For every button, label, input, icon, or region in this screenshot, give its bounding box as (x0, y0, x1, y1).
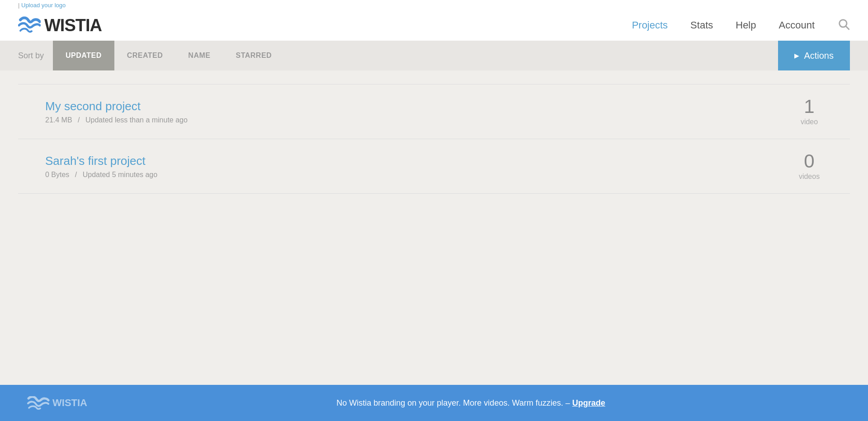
separator: / (78, 116, 80, 124)
upgrade-link[interactable]: Upgrade (572, 398, 605, 407)
sort-updated[interactable]: UPDATED (53, 41, 114, 70)
upload-logo-link[interactable]: Upload your logo (18, 2, 66, 9)
project-updated: Updated less than a minute ago (85, 116, 188, 124)
header: Upload your logo WISTIA Projects Stats H… (0, 0, 868, 41)
actions-label: Actions (804, 51, 834, 61)
main-nav: Projects Stats Help Account (632, 18, 850, 33)
sort-created[interactable]: CREATED (114, 41, 176, 70)
project-info: My second project 21.4 MB / Updated less… (18, 99, 796, 124)
nav-projects[interactable]: Projects (632, 19, 668, 31)
sort-bar: Sort by UPDATED CREATED NAME STARRED ▶ A… (0, 41, 868, 70)
upload-logo-bar: Upload your logo (0, 0, 868, 10)
logo[interactable]: WISTIA (18, 16, 102, 35)
project-updated: Updated 5 minutes ago (83, 171, 157, 178)
project-stats: 1 video (796, 97, 850, 126)
search-icon (837, 18, 850, 30)
project-size: 21.4 MB (45, 116, 72, 124)
project-count: 1 (796, 97, 823, 116)
project-count-label: video (796, 118, 823, 126)
project-meta: 21.4 MB / Updated less than a minute ago (45, 116, 796, 124)
project-count-label: videos (796, 173, 823, 181)
project-list: My second project 21.4 MB / Updated less… (18, 84, 850, 194)
footer-wistia-icon (27, 396, 50, 410)
project-item[interactable]: Sarah's first project 0 Bytes / Updated … (18, 139, 850, 194)
search-button[interactable] (837, 18, 850, 33)
actions-button[interactable]: ▶ Actions (778, 41, 850, 70)
project-item[interactable]: My second project 21.4 MB / Updated less… (18, 84, 850, 139)
nav-account[interactable]: Account (779, 19, 815, 31)
project-name[interactable]: Sarah's first project (45, 154, 146, 168)
project-meta: 0 Bytes / Updated 5 minutes ago (45, 171, 796, 179)
footer-message: No Wistia branding on your player. More … (101, 398, 841, 408)
svg-line-1 (846, 26, 849, 29)
sort-name[interactable]: NAME (175, 41, 223, 70)
nav-help[interactable]: Help (736, 19, 756, 31)
separator: / (75, 171, 77, 178)
nav-stats[interactable]: Stats (690, 19, 713, 31)
footer-logo: WISTIA (27, 396, 87, 410)
sort-starred[interactable]: STARRED (223, 41, 284, 70)
project-count: 0 (796, 152, 823, 171)
logo-text: WISTIA (44, 16, 102, 35)
project-size: 0 Bytes (45, 171, 69, 178)
main-content: My second project 21.4 MB / Updated less… (0, 70, 868, 332)
project-stats: 0 videos (796, 152, 850, 181)
footer: WISTIA No Wistia branding on your player… (0, 385, 868, 421)
project-name[interactable]: My second project (45, 99, 141, 113)
footer-logo-text: WISTIA (52, 397, 87, 409)
wistia-logo-icon (18, 16, 41, 34)
actions-play-icon: ▶ (794, 52, 799, 59)
project-info: Sarah's first project 0 Bytes / Updated … (18, 154, 796, 179)
sort-label: Sort by (18, 51, 44, 61)
